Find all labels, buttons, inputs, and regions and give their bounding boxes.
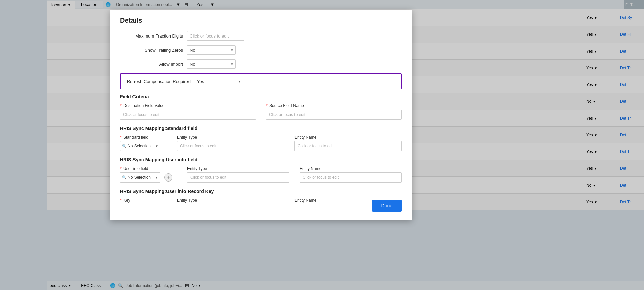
key-col: * Key (120, 198, 167, 204)
max-fraction-label: Maximum Fraction Digits (120, 33, 187, 39)
standard-field-col: * Standard field 🔍 No Selection ▼ (120, 135, 167, 151)
hris-std-entity-type-label: Entity Type (177, 135, 284, 140)
hris-userinfo-fields: * User info field 🔍 No Selection ▼ + (120, 166, 402, 183)
field-criteria-fields: * Destination Field Value * Source Field… (120, 103, 402, 120)
hris-userinfo-section: HRIS Sync Mapping:User info field * User… (120, 157, 402, 183)
allow-import-label: Allow Import (120, 62, 187, 67)
allow-import-select[interactable]: No Yes (187, 59, 236, 69)
ui-required-star: * (120, 166, 122, 171)
destination-field-label: * Destination Field Value (120, 103, 256, 108)
trailing-zeros-select-wrapper[interactable]: No Yes ▼ (187, 45, 236, 55)
done-button[interactable]: Done (372, 200, 402, 212)
hris-ui-entity-type-label: Entity Type (187, 166, 289, 171)
dest-required-star: * (120, 103, 122, 108)
hris-std-entity-type-col: Entity Type (177, 135, 284, 151)
hris-std-entity-name-col: Entity Name (294, 135, 402, 151)
hris-ui-entity-name-input[interactable] (300, 172, 402, 183)
user-info-select-wrapper[interactable]: 🔍 No Selection ▼ (120, 172, 160, 183)
hris-std-entity-name-input[interactable] (294, 141, 402, 151)
recordkey-entity-type-label: Entity Type (177, 198, 284, 203)
user-info-select-row: 🔍 No Selection ▼ + (120, 172, 177, 183)
user-info-field-col: * User info field 🔍 No Selection ▼ + (120, 166, 177, 183)
refresh-compensation-select-wrapper[interactable]: Yes No ▼ (195, 77, 243, 86)
hris-ui-entity-type-input[interactable] (187, 172, 289, 183)
trailing-zeros-label: Show Trailing Zeros (120, 48, 187, 53)
hris-ui-entity-type-col: Entity Type (187, 166, 289, 183)
std-required-star: * (120, 135, 122, 140)
standard-field-select[interactable]: No Selection (120, 141, 160, 151)
destination-field-input[interactable] (120, 110, 256, 120)
key-label: * Key (120, 198, 167, 203)
refresh-compensation-select[interactable]: Yes No (195, 77, 243, 86)
source-field-input[interactable] (266, 110, 402, 120)
standard-field-label: * Standard field (120, 135, 167, 140)
hris-standard-section: HRIS Sync Mapping:Standard field * Stand… (120, 126, 402, 151)
source-field-label: * Source Field Name (266, 103, 402, 108)
hris-userinfo-title: HRIS Sync Mapping:User info field (120, 157, 402, 162)
user-info-field-label: * User info field (120, 166, 177, 171)
user-info-select[interactable]: No Selection (120, 172, 160, 183)
modal-title: Details (120, 17, 402, 24)
field-criteria-section: Field Criteria * Destination Field Value… (120, 94, 402, 120)
field-criteria-title: Field Criteria (120, 94, 402, 99)
source-field-col: * Source Field Name (266, 103, 402, 120)
standard-field-select-wrapper[interactable]: 🔍 No Selection ▼ (120, 141, 160, 151)
hris-recordkey-section: HRIS Sync Mapping:User info Record Key *… (120, 189, 402, 204)
max-fraction-input[interactable] (187, 31, 244, 41)
details-modal: Details Maximum Fraction Digits Show Tra… (110, 10, 412, 220)
hris-ui-entity-name-label: Entity Name (300, 166, 402, 171)
recordkey-entity-type-col: Entity Type (177, 198, 284, 204)
hris-standard-fields: * Standard field 🔍 No Selection ▼ Entity… (120, 135, 402, 151)
refresh-compensation-row: Refresh Compensation Required Yes No ▼ (120, 73, 402, 89)
hris-recordkey-fields: * Key Entity Type Entity Name (120, 198, 402, 204)
max-fraction-row: Maximum Fraction Digits (120, 31, 402, 41)
hris-standard-title: HRIS Sync Mapping:Standard field (120, 126, 402, 131)
add-user-info-button[interactable]: + (164, 173, 172, 182)
allow-import-row: Allow Import No Yes ▼ (120, 59, 402, 69)
hris-recordkey-title: HRIS Sync Mapping:User info Record Key (120, 189, 402, 194)
hris-std-entity-name-label: Entity Name (294, 135, 402, 140)
modal-overlay: Details Maximum Fraction Digits Show Tra… (0, 0, 644, 290)
hris-ui-entity-name-col: Entity Name (300, 166, 402, 183)
refresh-compensation-label: Refresh Compensation Required (124, 79, 195, 84)
allow-import-select-wrapper[interactable]: No Yes ▼ (187, 59, 236, 69)
hris-std-entity-type-input[interactable] (177, 141, 284, 151)
destination-field-col: * Destination Field Value (120, 103, 256, 120)
source-required-star: * (266, 103, 268, 108)
trailing-zeros-row: Show Trailing Zeros No Yes ▼ (120, 45, 402, 55)
key-required-star: * (120, 198, 122, 203)
trailing-zeros-select[interactable]: No Yes (187, 45, 236, 55)
